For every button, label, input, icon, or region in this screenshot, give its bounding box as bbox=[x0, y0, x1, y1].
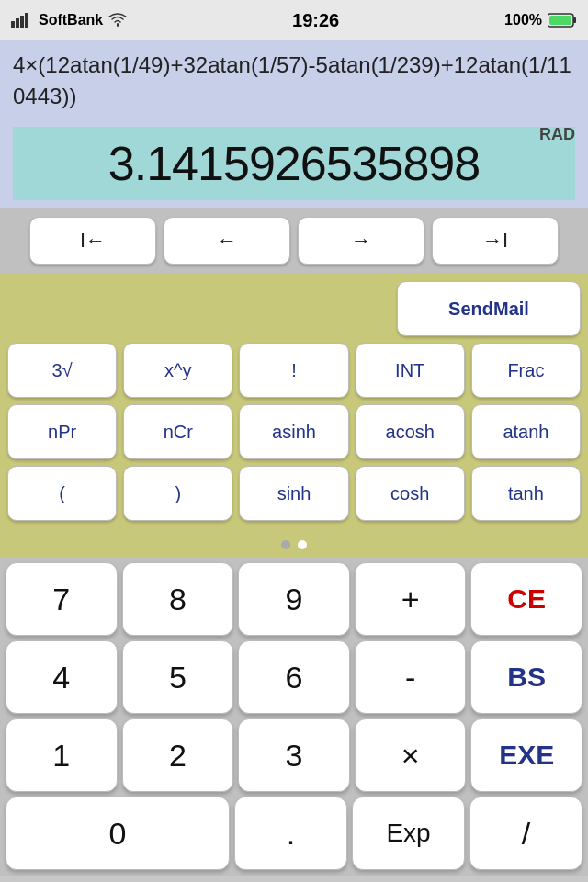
expression-display: 4×(12atan(1/49)+32atan(1/57)-5atan(1/239… bbox=[0, 40, 588, 123]
key-7-button[interactable]: 7 bbox=[6, 562, 118, 636]
key-row-3: 1 2 3 × EXE bbox=[6, 718, 582, 792]
sendmail-row: SendMail bbox=[7, 281, 581, 336]
svg-rect-0 bbox=[11, 21, 15, 28]
svg-rect-3 bbox=[25, 13, 28, 28]
key-1-button[interactable]: 1 bbox=[6, 718, 118, 792]
key-plus-button[interactable]: + bbox=[355, 562, 467, 636]
key-row-2: 4 5 6 - BS bbox=[6, 640, 582, 714]
npr-button[interactable]: nPr bbox=[7, 404, 117, 459]
wifi-icon bbox=[108, 13, 127, 28]
nav-home-button[interactable]: I← bbox=[29, 217, 156, 265]
key-3-button[interactable]: 3 bbox=[238, 718, 350, 792]
key-5-button[interactable]: 5 bbox=[122, 640, 234, 714]
atanh-button[interactable]: atanh bbox=[471, 404, 581, 459]
asinh-button[interactable]: asinh bbox=[239, 404, 348, 459]
nav-left-button[interactable]: ← bbox=[164, 217, 290, 265]
key-0-button[interactable]: 0 bbox=[6, 797, 230, 870]
key-row-4: 0 . Exp / bbox=[6, 797, 582, 870]
main-keypad: 7 8 9 + CE 4 5 6 - BS 1 2 3 × EXE 0 . Ex… bbox=[0, 557, 588, 876]
factorial-button[interactable]: ! bbox=[239, 343, 348, 398]
page-indicator bbox=[0, 537, 588, 557]
status-battery-area: 100% bbox=[504, 12, 577, 28]
key-6-button[interactable]: 6 bbox=[238, 640, 350, 714]
svg-rect-1 bbox=[16, 18, 19, 28]
carrier-label: SoftBank bbox=[39, 12, 103, 28]
dot-2 bbox=[298, 540, 307, 549]
dot-1 bbox=[281, 540, 290, 549]
frac-button[interactable]: Frac bbox=[471, 343, 581, 398]
result-display: 3.1415926535898 bbox=[13, 127, 575, 200]
key-row-1: 7 8 9 + CE bbox=[6, 562, 582, 636]
svg-rect-2 bbox=[20, 16, 24, 28]
key-9-button[interactable]: 9 bbox=[238, 562, 350, 636]
sinh-button[interactable]: sinh bbox=[239, 466, 348, 521]
nav-end-button[interactable]: →I bbox=[432, 217, 559, 265]
key-4-button[interactable]: 4 bbox=[6, 640, 118, 714]
key-exe-button[interactable]: EXE bbox=[470, 718, 582, 792]
ncr-button[interactable]: nCr bbox=[123, 404, 232, 459]
battery-icon bbox=[548, 12, 577, 28]
svg-rect-5 bbox=[573, 17, 576, 23]
svg-rect-6 bbox=[549, 16, 571, 25]
mode-label: RAD bbox=[539, 125, 575, 144]
key-bs-button[interactable]: BS bbox=[470, 640, 582, 714]
battery-percent: 100% bbox=[504, 12, 542, 28]
sci-row-3: ( ) sinh cosh tanh bbox=[7, 466, 581, 521]
sci-row-2: nPr nCr asinh acosh atanh bbox=[7, 404, 581, 459]
nav-buttons-row: I← ← → →I bbox=[0, 208, 588, 274]
key-ce-button[interactable]: CE bbox=[470, 562, 582, 636]
close-paren-button[interactable]: ) bbox=[123, 466, 232, 521]
key-2-button[interactable]: 2 bbox=[122, 718, 234, 792]
key-minus-button[interactable]: - bbox=[355, 640, 467, 714]
nav-right-button[interactable]: → bbox=[298, 217, 424, 265]
acosh-button[interactable]: acosh bbox=[356, 404, 465, 459]
key-multiply-button[interactable]: × bbox=[355, 718, 467, 792]
sci-row-1: 3√ x^y ! INT Frac bbox=[7, 343, 581, 398]
int-button[interactable]: INT bbox=[356, 343, 465, 398]
signal-icon bbox=[11, 12, 33, 28]
status-bar: SoftBank 19:26 100% bbox=[0, 0, 588, 40]
tanh-button[interactable]: tanh bbox=[471, 466, 581, 521]
key-divide-button[interactable]: / bbox=[469, 797, 582, 870]
expression-text: 4×(12atan(1/49)+32atan(1/57)-5atan(1/239… bbox=[13, 52, 571, 108]
key-8-button[interactable]: 8 bbox=[122, 562, 234, 636]
power-button[interactable]: x^y bbox=[123, 343, 232, 398]
cosh-button[interactable]: cosh bbox=[356, 466, 465, 521]
scientific-panel: SendMail 3√ x^y ! INT Frac nPr nCr asinh… bbox=[0, 274, 588, 537]
key-exp-button[interactable]: Exp bbox=[352, 797, 465, 870]
cube-root-button[interactable]: 3√ bbox=[7, 343, 117, 398]
sendmail-button[interactable]: SendMail bbox=[397, 281, 581, 336]
status-time: 19:26 bbox=[292, 10, 339, 31]
status-carrier: SoftBank bbox=[11, 12, 127, 28]
result-area: RAD 3.1415926535898 bbox=[0, 123, 588, 208]
open-paren-button[interactable]: ( bbox=[7, 466, 117, 521]
key-dot-button[interactable]: . bbox=[234, 797, 347, 870]
